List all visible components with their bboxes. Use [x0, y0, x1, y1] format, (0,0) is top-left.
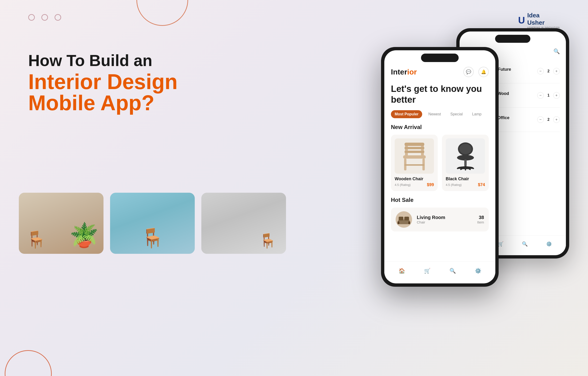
tab-most-popular[interactable]: Most Populer	[391, 110, 422, 118]
phones-container: Cart 🔍	[357, 28, 569, 345]
app-title-accent: ior	[407, 68, 417, 76]
svg-rect-20	[405, 164, 424, 166]
decorative-dots	[28, 14, 61, 21]
phone-front-screen: Interior 💬 🔔 Let's get to know you bette…	[384, 50, 495, 283]
dot-3	[54, 14, 61, 21]
chair-increase-btn[interactable]: +	[553, 116, 560, 123]
category-tabs[interactable]: Most Populer Newest Special Lamp Sofa	[391, 110, 489, 118]
interior-image-1	[19, 193, 104, 254]
hot-sale-living-room-name: Living Room	[417, 215, 472, 220]
svg-rect-34	[397, 221, 399, 224]
hot-sale-item-living-room[interactable]: Living Room Chair 38 Item	[391, 208, 489, 231]
black-chair-meta: 4.5 (Rating) $74	[446, 182, 485, 187]
table-decrease-btn[interactable]: −	[537, 92, 544, 99]
back-nav-settings[interactable]: ⚙️	[545, 240, 553, 248]
hot-sale-info-living-room: Living Room Chair	[417, 215, 472, 224]
headline-line1: How To Build an	[28, 52, 193, 69]
svg-rect-15	[405, 147, 424, 149]
svg-rect-35	[408, 221, 410, 224]
wooden-chair-name: Wooden Chair	[395, 177, 434, 181]
logo-icon: U	[518, 15, 525, 26]
interior-images-row	[19, 193, 286, 254]
wooden-chair-rating: 4.5 (Rating)	[395, 183, 411, 187]
black-chair-name: Black Chair	[446, 177, 485, 181]
hot-sale-count: 38	[477, 215, 484, 220]
svg-point-22	[459, 144, 471, 154]
svg-rect-33	[404, 217, 409, 220]
product-img-wooden-chair	[395, 138, 434, 174]
wooden-chair-meta: 4.5 (Rating) $99	[395, 182, 434, 187]
back-nav-search[interactable]: 🔍	[521, 240, 529, 248]
hot-sale-thumb-living-room	[396, 211, 412, 228]
dot-2	[41, 14, 48, 21]
hot-sale-unit: Item	[477, 220, 484, 224]
chair-quantity: 2	[546, 117, 551, 122]
hot-sale-title: Hot Sale	[391, 197, 489, 203]
interior-image-2	[110, 193, 195, 254]
app-header: Interior 💬 🔔	[391, 67, 489, 77]
decorative-arc-bottom	[5, 350, 52, 376]
cart-item-table-controls: − 1 +	[537, 92, 560, 99]
app-brand-title: Interior	[391, 68, 417, 76]
app-title-text: Inter	[391, 68, 407, 76]
greeting-text: Let's get to know you better	[391, 84, 489, 105]
new-arrival-title: New Arrival	[391, 124, 489, 130]
interior-image-3	[201, 193, 286, 254]
hot-sale-living-room-sub: Chair	[417, 220, 472, 224]
headline-line2: Interior Design	[28, 71, 193, 92]
tab-sofa[interactable]: Sofa	[488, 110, 489, 118]
lamp-quantity: 2	[546, 69, 551, 73]
logo-usher: Usher	[527, 19, 545, 26]
svg-rect-24	[464, 160, 467, 166]
hot-sale-count-section: 38 Item	[477, 215, 484, 224]
dot-1	[28, 14, 35, 21]
logo-text: Idea Usher USHERING IN INNOVATION	[527, 12, 560, 29]
product-card-black-chair[interactable]: Black Chair 4.5 (Rating) $74	[442, 135, 489, 191]
cart-item-chair-office-controls: − 2 +	[537, 116, 560, 123]
black-chair-price: $74	[478, 182, 485, 187]
notification-icon[interactable]: 🔔	[478, 67, 489, 77]
nav-settings[interactable]: ⚙️	[474, 267, 482, 275]
product-card-wooden-chair[interactable]: Wooden Chair 4.5 (Rating) $99	[391, 135, 438, 191]
tab-lamp[interactable]: Lamp	[469, 110, 485, 118]
lamp-decrease-btn[interactable]: −	[537, 68, 544, 74]
cart-item-lamp-controls: − 2 +	[537, 68, 560, 74]
svg-rect-16	[405, 151, 424, 153]
nav-cart[interactable]: 🛒	[423, 267, 431, 275]
lamp-increase-btn[interactable]: +	[553, 68, 560, 74]
app-header-icons: 💬 🔔	[463, 67, 489, 77]
headline-section: How To Build an Interior Design Mobile A…	[28, 52, 193, 114]
logo-idea: Idea	[527, 12, 540, 19]
products-grid: Wooden Chair 4.5 (Rating) $99	[391, 135, 489, 191]
phone-notch	[421, 53, 459, 62]
nav-search[interactable]: 🔍	[448, 267, 457, 275]
tab-special[interactable]: Special	[447, 110, 466, 118]
product-img-black-chair	[446, 138, 485, 174]
headline-line2-3: Interior Design Mobile App?	[28, 71, 193, 114]
svg-rect-17	[403, 155, 426, 159]
nav-home[interactable]: 🏠	[397, 267, 406, 275]
headline-line3: Mobile App?	[28, 92, 193, 114]
svg-rect-32	[399, 217, 403, 220]
phone-front: Interior 💬 🔔 Let's get to know you bette…	[381, 47, 499, 287]
table-increase-btn[interactable]: +	[553, 92, 560, 99]
tab-newest[interactable]: Newest	[425, 110, 444, 118]
main-app-content: Interior 💬 🔔 Let's get to know you bette…	[384, 50, 495, 283]
main-bottom-nav: 🏠 🛒 🔍 ⚙️	[384, 261, 495, 280]
table-quantity: 1	[546, 93, 551, 97]
phone-back-notch	[495, 35, 530, 43]
message-icon[interactable]: 💬	[463, 67, 474, 77]
black-chair-rating: 4.5 (Rating)	[446, 183, 462, 187]
brand-logo: U Idea Usher USHERING IN INNOVATION	[518, 12, 560, 29]
svg-rect-14	[405, 143, 424, 146]
search-icon[interactable]: 🔍	[553, 48, 560, 54]
wooden-chair-price: $99	[427, 182, 434, 187]
decorative-arc-top	[136, 0, 188, 26]
chair-decrease-btn[interactable]: −	[537, 116, 544, 123]
